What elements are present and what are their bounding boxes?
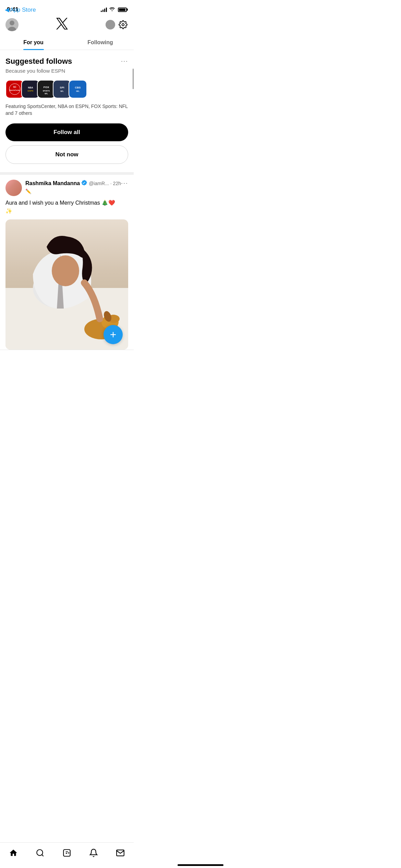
svg-point-3: [122, 23, 124, 26]
main-content: ··· Suggested follows Because you follow…: [0, 50, 134, 350]
status-icons: [101, 7, 127, 13]
compose-button[interactable]: +: [104, 325, 123, 344]
tweet-header: Rashmika Mandanna @iamR... · 22h ✏️ ···: [5, 180, 128, 196]
profile-avatar[interactable]: [5, 18, 19, 31]
svg-text:SPORTS: SPORTS: [43, 90, 50, 92]
top-nav: [0, 16, 134, 35]
svg-text:FOX: FOX: [44, 86, 49, 89]
channel-icon-cbs: CBS NFL: [69, 80, 87, 98]
battery-icon: [118, 8, 127, 12]
svg-text:ESPN: ESPN: [28, 90, 33, 92]
suggested-more-button[interactable]: ···: [121, 58, 128, 65]
nav-right: [106, 20, 128, 30]
svg-rect-18: [71, 82, 85, 96]
settings-button[interactable]: [118, 20, 128, 30]
suggested-follows-card: ··· Suggested follows Because you follow…: [0, 50, 134, 175]
live-indicator: [106, 20, 115, 29]
svg-text:NFL: NFL: [60, 90, 64, 92]
svg-text:CBS: CBS: [75, 86, 81, 89]
not-now-button[interactable]: Not now: [5, 145, 128, 164]
svg-text:NBA: NBA: [28, 86, 33, 89]
tab-for-you[interactable]: For you: [0, 35, 67, 50]
verified-icon: [81, 180, 87, 187]
tweet-meta: Rashmika Mandanna @iamR... · 22h ✏️: [25, 180, 121, 194]
tab-following[interactable]: Following: [67, 35, 134, 50]
featured-text: Featuring SportsCenter, NBA on ESPN, FOX…: [5, 103, 128, 117]
wifi-icon: [109, 7, 115, 13]
app-store-back[interactable]: ◀ App Store: [5, 6, 36, 13]
tweet-card: Rashmika Mandanna @iamR... · 22h ✏️ ··· …: [0, 175, 134, 350]
tweet-more-button[interactable]: ···: [121, 180, 128, 187]
svg-text:NFL: NFL: [45, 93, 48, 95]
tweet-author-avatar[interactable]: [5, 180, 22, 196]
signal-icon: [101, 7, 107, 12]
svg-text:SportsCenter: SportsCenter: [9, 89, 20, 91]
svg-text:SC: SC: [13, 86, 16, 88]
suggested-title: Suggested follows: [5, 57, 128, 66]
tweet-author-handle: @iamR...: [89, 181, 109, 186]
feed-tabs: For you Following: [0, 35, 134, 50]
tweet-timestamp: 22h: [113, 181, 121, 186]
x-logo: [56, 18, 68, 31]
svg-rect-8: [23, 82, 38, 96]
channel-icons-row: SC SportsCenter NBA ESPN FOX SPORTS NFL: [5, 80, 128, 98]
svg-point-24: [52, 255, 79, 286]
svg-rect-15: [55, 82, 69, 96]
tweet-image-wrapper: +: [5, 219, 128, 350]
svg-point-1: [10, 21, 14, 25]
tweet-author-name: Rashmika Mandanna: [25, 180, 80, 186]
svg-text:SPI: SPI: [60, 86, 64, 89]
follow-all-button[interactable]: Follow all: [5, 123, 128, 141]
suggested-subtitle: Because you follow ESPN: [5, 68, 128, 74]
tweet-body: Aura and I wish you a Merry Christmas 🎄❤…: [5, 199, 128, 215]
svg-text:NFL: NFL: [76, 90, 80, 92]
tweet-edit-icon: ✏️: [25, 189, 31, 194]
